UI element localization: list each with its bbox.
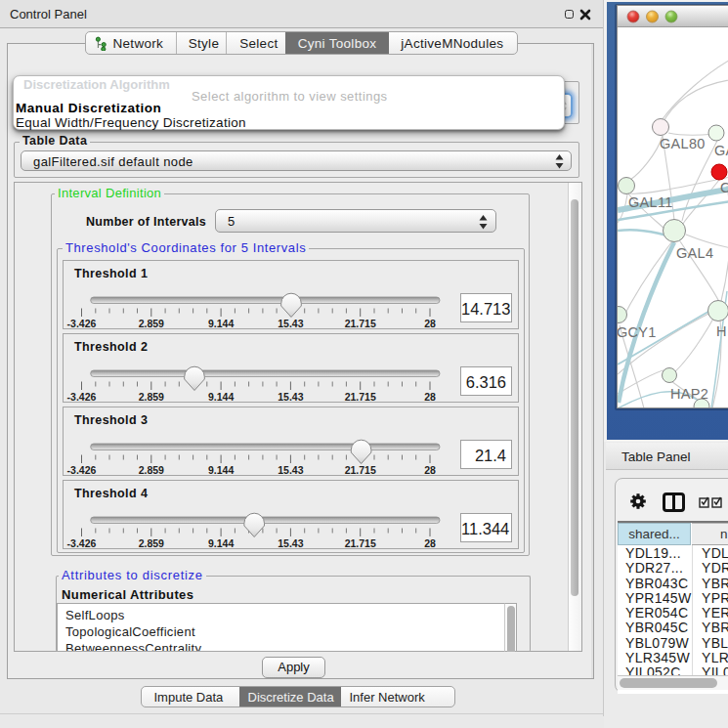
svg-text:GAL11: GAL11 xyxy=(628,194,673,210)
svg-text:28: 28 xyxy=(424,391,436,403)
svg-text:2.859: 2.859 xyxy=(139,464,164,476)
svg-text:15.43: 15.43 xyxy=(278,537,303,549)
svg-text:H: H xyxy=(716,323,727,339)
svg-text:GAL3: GAL3 xyxy=(714,143,728,158)
svg-text:21.715: 21.715 xyxy=(345,318,376,329)
svg-text:CDC1: CDC1 xyxy=(720,180,728,195)
svg-text:2.859: 2.859 xyxy=(139,318,164,329)
svg-text:9.144: 9.144 xyxy=(208,464,234,476)
svg-text:21.715: 21.715 xyxy=(345,391,376,403)
svg-text:2.859: 2.859 xyxy=(139,537,164,549)
svg-text:-3.426: -3.426 xyxy=(67,464,97,476)
svg-text:15.43: 15.43 xyxy=(278,464,303,476)
svg-text:-3.426: -3.426 xyxy=(67,318,97,329)
svg-text:-3.426: -3.426 xyxy=(67,537,97,549)
svg-text:GAL4: GAL4 xyxy=(676,245,713,261)
svg-text:28: 28 xyxy=(424,464,436,476)
svg-text:21.715: 21.715 xyxy=(345,537,376,549)
svg-text:15.43: 15.43 xyxy=(278,391,303,403)
svg-text:GAL80: GAL80 xyxy=(660,136,706,151)
svg-text:21.715: 21.715 xyxy=(345,464,376,476)
svg-text:-3.426: -3.426 xyxy=(67,391,97,403)
svg-text:9.144: 9.144 xyxy=(208,537,234,549)
svg-text:28: 28 xyxy=(424,537,436,549)
svg-text:2.859: 2.859 xyxy=(139,391,164,403)
svg-text:9.144: 9.144 xyxy=(208,318,234,329)
svg-text:9.144: 9.144 xyxy=(208,391,234,403)
svg-text:HAP2: HAP2 xyxy=(670,386,708,402)
svg-text:28: 28 xyxy=(424,318,436,329)
svg-text:GCY1: GCY1 xyxy=(618,324,657,340)
svg-text:15.43: 15.43 xyxy=(278,318,303,329)
